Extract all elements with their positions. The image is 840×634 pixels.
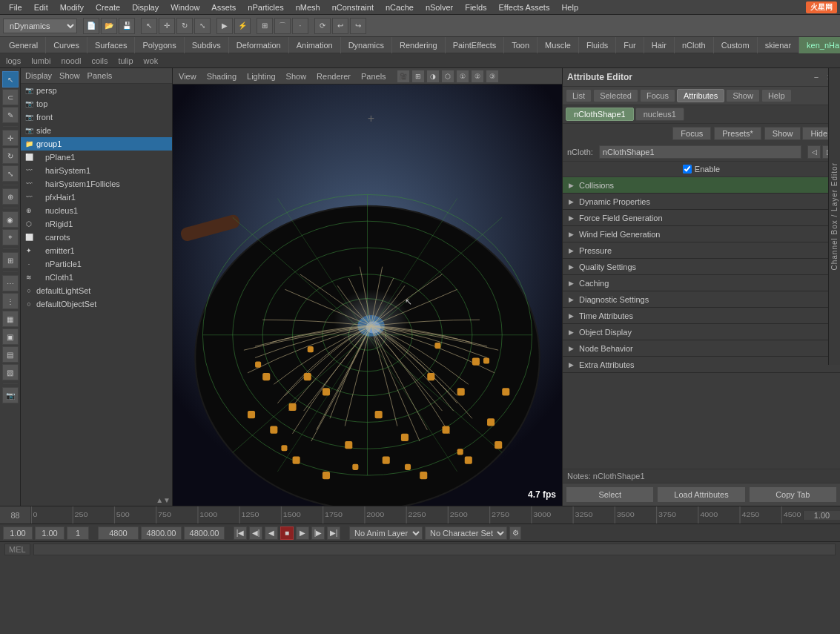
toolbar-btn-undo[interactable]: ↩ (332, 18, 348, 34)
attr-tab-selected[interactable]: Selected (593, 89, 638, 102)
section-dynamic-properties[interactable]: ▶Dynamic Properties (563, 194, 840, 210)
menu-edit[interactable]: Edit (28, 1, 54, 13)
toolbar-btn-snap-grid[interactable]: ⊞ (257, 18, 273, 34)
toolbar-btn-history[interactable]: ⟳ (314, 18, 331, 34)
vp-btn-wire[interactable]: ⬡ (441, 70, 454, 83)
section-extra-attributes[interactable]: ▶Extra Attributes (563, 357, 840, 373)
menu-nmesh[interactable]: nMesh (290, 1, 326, 13)
tool-c[interactable]: ▦ (2, 311, 19, 327)
tool-sculpt[interactable]: ⌖ (2, 229, 19, 245)
tab-deformation[interactable]: Deformation (229, 37, 289, 53)
scene-tab-lumbi[interactable]: lumbi (28, 56, 53, 66)
sidebar-item-defaultobjectset[interactable]: ○defaultObjectSet (21, 297, 172, 311)
attr-tab-attributes[interactable]: Attributes (677, 89, 724, 102)
scene-tab-coils[interactable]: coils (88, 56, 110, 66)
section-object-display[interactable]: ▶Object Display (563, 324, 840, 340)
scene-tab-wok[interactable]: wok (141, 56, 162, 66)
section-node-behavior[interactable]: ▶Node Behavior (563, 340, 840, 357)
menu-nparticles[interactable]: nParticles (242, 1, 289, 13)
sidebar-item-hairsystem1[interactable]: 〰hairSystem1 (21, 164, 172, 177)
tab-polygons[interactable]: Polygons (135, 37, 184, 53)
toolbar-btn-open[interactable]: 📂 (101, 18, 117, 34)
attr-copy-tab-btn[interactable]: Copy Tab (749, 486, 837, 503)
sidebar-scroll-up[interactable]: ▲ (156, 496, 163, 504)
sidebar-panels-btn[interactable]: Panels (87, 71, 113, 80)
tool-soft-mod[interactable]: ◉ (2, 211, 19, 228)
menu-display[interactable]: Display (126, 1, 165, 13)
sidebar-item-nrigid1[interactable]: ⬡nRigid1 (21, 217, 172, 231)
tool-d[interactable]: ▣ (2, 328, 19, 345)
toolbar-btn-new[interactable]: 📄 (83, 18, 99, 34)
tool-scale[interactable]: ⤡ (2, 165, 19, 182)
sidebar-item-ncloth1[interactable]: ≋nCloth1 (21, 271, 172, 284)
transport-time-3[interactable] (184, 526, 225, 540)
sidebar-item-persp[interactable]: 📷persp (21, 84, 172, 97)
vp-menu-show[interactable]: Show (283, 71, 310, 82)
attr-focus-button[interactable]: Focus (672, 127, 711, 140)
attr-presets-button[interactable]: Presets* (714, 127, 761, 140)
tool-rotate[interactable]: ↻ (2, 148, 19, 164)
menu-file[interactable]: File (3, 1, 28, 13)
transport-field-3[interactable] (67, 526, 89, 540)
vp-menu-shading[interactable]: Shading (204, 71, 239, 82)
tool-camera[interactable]: 📷 (2, 387, 19, 403)
viewport-canvas[interactable]: + ↖ 4.7 fps (173, 85, 562, 506)
sidebar-item-pfxhair1[interactable]: 〰pfxHair1 (21, 191, 172, 204)
vp-btn-display1[interactable]: ① (456, 70, 469, 83)
menu-nsolver[interactable]: nSolver (420, 1, 459, 13)
menu-nconstraint[interactable]: nConstraint (326, 1, 380, 13)
menu-window[interactable]: Window (165, 1, 205, 13)
menu-effects-assets[interactable]: Effects Assets (493, 1, 556, 13)
section-force-field-generation[interactable]: ▶Force Field Generation (563, 210, 840, 226)
attr-tab-focus[interactable]: Focus (640, 89, 675, 102)
attr-tab-help[interactable]: Help (761, 89, 792, 102)
tool-f[interactable]: ▧ (2, 364, 19, 380)
tab-custom[interactable]: Custom (714, 37, 758, 53)
toolbar-btn-ipr[interactable]: ⚡ (234, 18, 251, 34)
tool-b[interactable]: ⋮ (2, 293, 19, 309)
toolbar-btn-render[interactable]: ▶ (216, 18, 233, 34)
vp-menu-renderer[interactable]: Renderer (314, 71, 354, 82)
transport-field-1[interactable] (3, 526, 33, 540)
transport-btn-stop[interactable]: ■ (280, 526, 294, 540)
attr-node-tab-nucleus[interactable]: nucleus1 (635, 108, 684, 121)
tab-hair[interactable]: Hair (644, 37, 675, 53)
attr-show-button[interactable]: Show (764, 127, 801, 140)
sidebar-item-front[interactable]: 📷front (21, 110, 172, 124)
section-time-attributes[interactable]: ▶Time Attributes (563, 308, 840, 324)
sidebar-item-hairsystem1follicles[interactable]: 〰hairSystem1Follicles (21, 177, 172, 191)
tab-muscle[interactable]: Muscle (538, 37, 579, 53)
sidebar-item-pplane1[interactable]: ⬜pPlane1 (21, 151, 172, 164)
toolbar-btn-save[interactable]: 💾 (119, 18, 135, 34)
attr-node-tab-ncloth[interactable]: nClothShape1 (566, 108, 634, 121)
sidebar-item-nucleus1[interactable]: ⊕nucleus1 (21, 204, 172, 217)
toolbar-btn-scale[interactable]: ⤡ (194, 18, 211, 34)
tab-subdivs[interactable]: Subdivs (185, 37, 229, 53)
transport-btn-play-fwd[interactable]: ▶ (296, 526, 309, 540)
vp-btn-grid[interactable]: ⊞ (411, 70, 425, 83)
transport-anim-layer-dropdown[interactable]: No Anim Layer (349, 526, 423, 540)
transport-time-1[interactable] (98, 526, 139, 540)
toolbar-btn-move[interactable]: ✛ (159, 18, 175, 34)
vp-menu-view[interactable]: View (176, 71, 199, 82)
tab-curves[interactable]: Curves (46, 37, 87, 53)
vp-menu-panels[interactable]: Panels (358, 71, 389, 82)
attr-tab-list[interactable]: List (566, 89, 592, 102)
sidebar-scroll-down[interactable]: ▼ (163, 496, 171, 504)
attr-cloth-value-field[interactable] (599, 145, 801, 159)
tab-ncloth[interactable]: nCloth (675, 37, 714, 53)
vp-btn-shading[interactable]: ◑ (426, 70, 440, 83)
menu-modify[interactable]: Modify (54, 1, 90, 13)
tool-show-manip[interactable]: ⊞ (2, 252, 19, 268)
tab-ken-nhair[interactable]: ken_nHair (799, 37, 840, 53)
tab-skienar[interactable]: skienar (758, 37, 799, 53)
scene-tab-tulip[interactable]: tulip (115, 56, 136, 66)
vp-btn-display3[interactable]: ③ (486, 70, 499, 83)
tool-universal[interactable]: ⊕ (2, 188, 19, 205)
transport-char-set-dropdown[interactable]: No Character Set (425, 526, 507, 540)
vp-btn-cam[interactable]: 🎥 (397, 70, 410, 83)
toolbar-btn-select[interactable]: ↖ (141, 18, 157, 34)
vp-menu-lighting[interactable]: Lighting (244, 71, 279, 82)
sidebar-item-group1[interactable]: 📁group1 (21, 137, 172, 151)
tab-general[interactable]: General (1, 37, 46, 53)
